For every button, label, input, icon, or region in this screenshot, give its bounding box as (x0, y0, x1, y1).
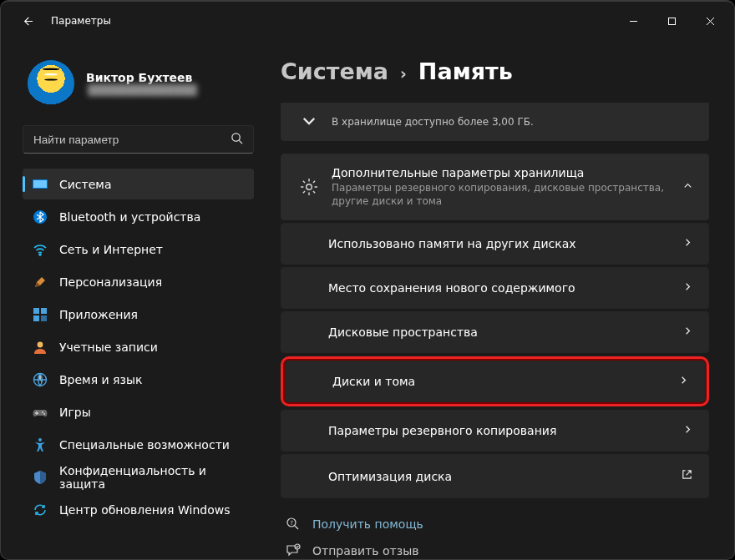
svg-rect-0 (668, 18, 675, 24)
get-help-link[interactable]: ? Получить помощь (286, 517, 709, 532)
search-input[interactable] (33, 134, 231, 146)
chevron-right-icon (678, 375, 689, 388)
sidebar-item-label: Игры (59, 406, 91, 419)
advanced-subtitle: Параметры резервного копирования, дисков… (332, 181, 669, 208)
sidebar: Виктор Бухтеев ██████████████ Система (1, 40, 264, 559)
profile-block[interactable]: Виктор Бухтеев ██████████████ (23, 60, 254, 107)
sidebar-item-accounts[interactable]: Учетные записи (23, 331, 254, 362)
chevron-down-icon (300, 112, 318, 130)
feedback-icon (286, 543, 301, 558)
svg-rect-3 (33, 180, 47, 188)
row-disks-volumes[interactable]: Диски и тома (285, 361, 705, 402)
privacy-icon (33, 470, 48, 485)
window-controls (614, 8, 729, 34)
feedback-label: Отправить отзыв (312, 544, 418, 557)
sidebar-item-label: Система (59, 178, 111, 191)
accounts-icon (33, 340, 48, 355)
external-link-icon (681, 468, 693, 484)
sidebar-item-accessibility[interactable]: Специальные возможности (23, 429, 254, 460)
personalize-icon (33, 275, 48, 290)
settings-window: Параметры Виктор Бухтеев ██████████████ (0, 0, 735, 560)
svg-point-13 (43, 413, 45, 415)
system-icon (33, 177, 48, 192)
breadcrumb-current: Память (418, 58, 513, 84)
time-icon (33, 372, 48, 387)
gear-icon (300, 178, 318, 196)
advanced-title: Дополнительные параметры хранилища (332, 166, 669, 179)
close-button[interactable] (691, 8, 729, 34)
row-storage-other-disks[interactable]: Использовано памяти на других дисках (281, 223, 709, 265)
titlebar: Параметры (1, 2, 734, 40)
chevron-right-icon (682, 325, 693, 339)
main-content: Система › Память В хранилище доступно бо… (264, 40, 734, 559)
svg-point-14 (38, 438, 42, 441)
bluetooth-icon (33, 209, 48, 225)
profile-email: ██████████████ (86, 84, 199, 96)
breadcrumb-root[interactable]: Система (281, 58, 388, 84)
row-label: Диски и тома (332, 375, 678, 388)
svg-rect-6 (33, 308, 39, 314)
maximize-button[interactable] (652, 8, 691, 34)
sidebar-item-time-language[interactable]: Время и язык (23, 364, 254, 395)
sidebar-item-label: Время и язык (59, 373, 142, 386)
accessibility-icon (33, 437, 48, 452)
update-icon (33, 502, 48, 517)
window-title: Параметры (51, 15, 111, 27)
row-label: Параметры резервного копирования (328, 424, 682, 437)
svg-rect-9 (41, 315, 47, 321)
svg-point-5 (39, 254, 41, 255)
sidebar-item-label: Персонализация (59, 275, 162, 289)
svg-point-1 (232, 134, 240, 141)
chevron-right-icon (682, 237, 693, 250)
help-icon: ? (286, 517, 301, 532)
advanced-storage-card[interactable]: Дополнительные параметры хранилища Парам… (281, 154, 709, 220)
apps-icon (33, 307, 48, 322)
storage-available-text: В хранилище доступно более 3,00 ГБ. (332, 115, 676, 129)
highlight-annotation: Диски и тома (281, 356, 709, 406)
storage-overview-card[interactable]: В хранилище доступно более 3,00 ГБ. › (281, 103, 709, 141)
sidebar-item-windows-update[interactable]: Центр обновления Windows (23, 494, 254, 525)
sidebar-item-label: Специальные возможности (59, 438, 230, 452)
chevron-right-icon (682, 424, 693, 437)
svg-text:?: ? (290, 520, 293, 527)
svg-point-15 (307, 184, 312, 190)
avatar (28, 60, 74, 107)
sidebar-item-system[interactable]: Система (23, 169, 254, 199)
feedback-link[interactable]: Отправить отзыв (286, 543, 709, 558)
back-button[interactable] (18, 12, 36, 30)
row-save-locations[interactable]: Место сохранения нового содержимого (281, 267, 709, 309)
chevron-right-icon (682, 281, 693, 295)
sidebar-item-label: Bluetooth и устройства (59, 210, 200, 224)
svg-rect-7 (41, 308, 47, 314)
row-label: Использовано памяти на других дисках (328, 237, 682, 250)
svg-rect-8 (33, 315, 39, 321)
search-box[interactable] (23, 125, 254, 154)
svg-point-10 (38, 341, 43, 347)
row-backup-options[interactable]: Параметры резервного копирования (281, 410, 709, 452)
sidebar-item-label: Приложения (59, 308, 138, 321)
row-label: Место сохранения нового содержимого (328, 281, 682, 295)
sidebar-item-label: Учетные записи (59, 341, 158, 354)
sidebar-item-privacy[interactable]: Конфиденциальность и защита (23, 462, 254, 492)
row-storage-spaces[interactable]: Дисковые пространства (281, 311, 709, 353)
breadcrumb: Система › Память (281, 58, 709, 84)
row-label: Оптимизация диска (328, 470, 681, 483)
sidebar-nav: Система Bluetooth и устройства Сеть и Ин… (23, 169, 254, 525)
chevron-right-icon: › (400, 64, 407, 83)
network-icon (33, 242, 48, 257)
row-label: Дисковые пространства (328, 325, 682, 339)
sidebar-item-bluetooth[interactable]: Bluetooth и устройства (23, 201, 254, 232)
chevron-up-icon (682, 180, 693, 194)
row-drive-optimization[interactable]: Оптимизация диска (281, 454, 709, 498)
search-icon (231, 132, 243, 147)
sidebar-item-label: Сеть и Интернет (59, 243, 163, 256)
sidebar-item-personalization[interactable]: Персонализация (23, 266, 254, 297)
sidebar-item-label: Центр обновления Windows (59, 503, 230, 517)
sidebar-item-network[interactable]: Сеть и Интернет (23, 234, 254, 265)
sidebar-item-gaming[interactable]: Игры (23, 396, 254, 427)
help-links: ? Получить помощь Отправить отзыв (281, 517, 709, 558)
sidebar-item-apps[interactable]: Приложения (23, 299, 254, 330)
minimize-button[interactable] (614, 8, 652, 34)
help-label: Получить помощь (312, 517, 423, 531)
sidebar-item-label: Конфиденциальность и защита (59, 464, 246, 491)
